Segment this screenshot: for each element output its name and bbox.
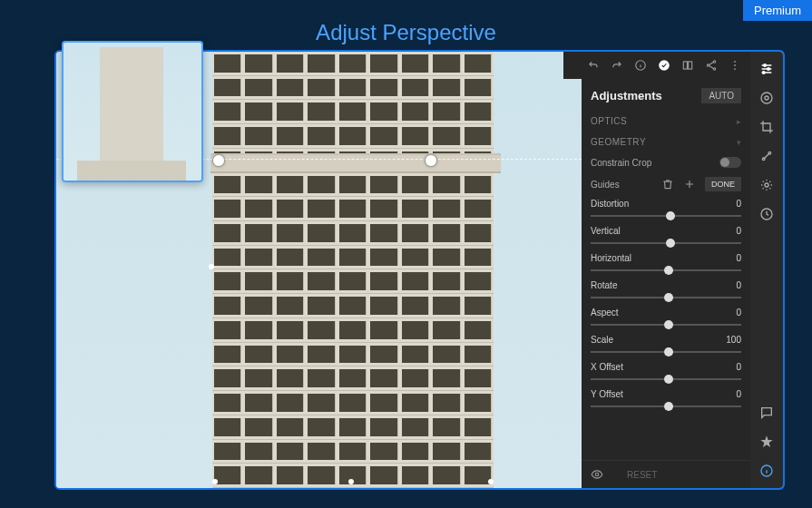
slider-thumb[interactable]	[664, 266, 673, 275]
adjustments-panel: Adjustments AUTO OPTICS ▸ GEOMETRY ▾ Con…	[582, 52, 750, 488]
section-optics[interactable]: OPTICS ▸	[582, 111, 750, 132]
section-geometry[interactable]: GEOMETRY ▾	[582, 132, 750, 152]
svg-point-26	[768, 151, 771, 154]
slider-label: Distortion	[591, 199, 629, 209]
svg-point-13	[734, 68, 736, 70]
constrain-crop-label: Constrain Crop	[591, 158, 651, 168]
svg-point-25	[762, 158, 765, 161]
done-button[interactable]: DONE	[705, 177, 741, 191]
share-icon[interactable]	[705, 59, 718, 72]
slider-track[interactable]	[591, 210, 741, 221]
undo-icon[interactable]	[587, 59, 600, 72]
svg-point-27	[765, 183, 768, 187]
info-icon[interactable]	[634, 59, 647, 72]
eye-icon[interactable]	[591, 468, 603, 481]
slider-track[interactable]	[591, 292, 741, 303]
slider-y-offset: Y Offset0	[582, 386, 750, 414]
preset-icon[interactable]	[758, 177, 775, 193]
slider-label: Y Offset	[591, 389, 623, 399]
guides-label: Guides	[591, 180, 620, 190]
auto-button[interactable]: AUTO	[701, 88, 741, 103]
svg-point-16	[595, 473, 599, 476]
geometry-label: GEOMETRY	[591, 137, 646, 147]
svg-point-8	[713, 68, 715, 70]
adjust-icon[interactable]	[758, 61, 775, 77]
slider-thumb[interactable]	[664, 347, 673, 357]
svg-rect-5	[689, 62, 692, 69]
guide-handle-left[interactable]	[212, 154, 225, 167]
slider-label: X Offset	[591, 362, 623, 372]
building-cornice	[210, 153, 501, 173]
slider-value: 0	[736, 226, 741, 236]
slider-value: 0	[736, 199, 741, 209]
slider-label: Scale	[591, 335, 613, 345]
trash-icon[interactable]	[661, 178, 674, 190]
chevron-right-icon: ▸	[737, 117, 742, 126]
page-title: Adjust Perspective	[316, 20, 496, 45]
panel-title: Adjustments	[591, 89, 662, 103]
svg-point-22	[762, 72, 765, 74]
svg-point-12	[734, 64, 736, 66]
svg-point-6	[713, 61, 715, 63]
add-guide-icon[interactable]	[683, 178, 696, 190]
slider-label: Vertical	[591, 226, 621, 236]
svg-point-24	[765, 96, 768, 100]
svg-point-23	[761, 93, 772, 103]
slider-x-offset: X Offset0	[582, 359, 750, 386]
slider-track[interactable]	[591, 319, 741, 330]
slider-track[interactable]	[591, 374, 741, 385]
slider-rotate: Rotate0	[582, 278, 750, 305]
slider-value: 0	[736, 280, 741, 290]
guide-handle-right[interactable]	[425, 154, 437, 167]
star-icon[interactable]	[758, 434, 775, 450]
slider-value: 0	[736, 362, 741, 372]
crop-corner[interactable]	[348, 479, 354, 484]
info-icon[interactable]	[758, 463, 775, 479]
confirm-icon[interactable]	[658, 59, 670, 72]
svg-point-3	[659, 60, 670, 71]
slider-thumb[interactable]	[666, 239, 675, 248]
slider-distortion: Distortion0	[582, 196, 750, 223]
slider-track[interactable]	[591, 401, 741, 412]
slider-thumb[interactable]	[664, 375, 673, 384]
svg-line-10	[709, 66, 714, 69]
top-toolbar	[563, 52, 750, 79]
chevron-down-icon: ▾	[737, 138, 742, 147]
slider-track[interactable]	[591, 238, 741, 249]
menu-icon[interactable]	[729, 59, 741, 72]
crop-edge[interactable]	[209, 264, 214, 269]
comment-icon[interactable]	[758, 405, 775, 421]
slider-thumb[interactable]	[664, 293, 673, 302]
crop-corner[interactable]	[488, 479, 494, 484]
history-icon[interactable]	[758, 206, 775, 222]
slider-scale: Scale100	[582, 332, 750, 359]
optics-label: OPTICS	[591, 116, 627, 126]
constrain-crop-toggle[interactable]	[719, 157, 741, 168]
slider-track[interactable]	[591, 347, 741, 357]
svg-point-7	[707, 64, 709, 66]
slider-vertical: Vertical0	[582, 223, 750, 250]
color-icon[interactable]	[758, 90, 775, 106]
slider-value: 0	[736, 253, 741, 263]
redo-icon[interactable]	[611, 59, 623, 72]
slider-track[interactable]	[591, 265, 741, 276]
slider-horizontal: Horizontal0	[582, 250, 750, 278]
reset-button[interactable]: RESET	[627, 470, 657, 480]
compare-icon[interactable]	[681, 59, 694, 72]
svg-point-11	[734, 61, 736, 63]
slider-thumb[interactable]	[666, 211, 675, 220]
slider-thumb[interactable]	[664, 402, 673, 411]
slider-aspect: Aspect0	[582, 305, 750, 332]
premium-badge: Premium	[743, 0, 812, 21]
slider-thumb[interactable]	[664, 320, 673, 329]
heal-icon[interactable]	[758, 148, 775, 164]
svg-rect-4	[683, 62, 687, 69]
crop-corner[interactable]	[212, 479, 218, 484]
svg-line-9	[709, 63, 714, 65]
slider-value: 0	[736, 389, 741, 399]
crop-icon[interactable]	[758, 119, 775, 135]
right-toolbar	[750, 52, 783, 488]
slider-value: 0	[736, 308, 741, 318]
slider-label: Horizontal	[591, 253, 631, 263]
thumbnail-preview[interactable]	[62, 41, 203, 182]
